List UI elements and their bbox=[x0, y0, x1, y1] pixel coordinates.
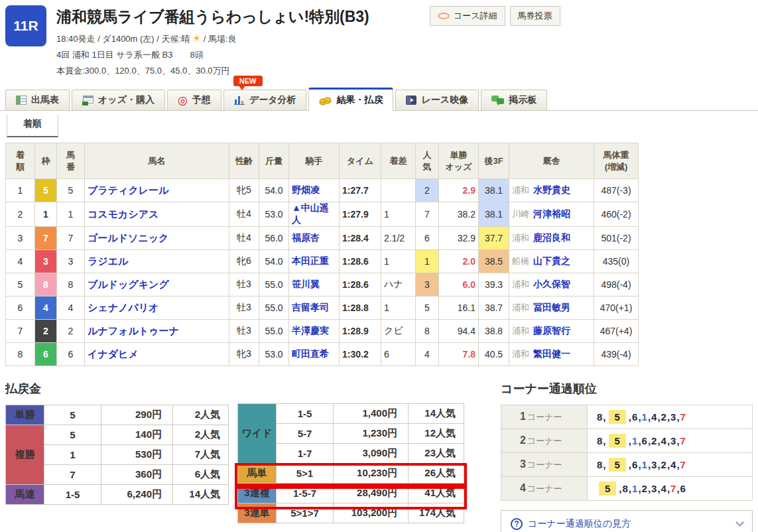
subtab-finish-order[interactable]: 着順 bbox=[7, 115, 58, 137]
trainer-link[interactable]: 鹿沼良和 bbox=[533, 232, 570, 243]
comma: , bbox=[603, 411, 605, 423]
horse-number: 5 bbox=[57, 179, 85, 202]
tab-results-payout[interactable]: 結果・払戻 bbox=[308, 88, 393, 111]
corner-horse-number: 4 bbox=[661, 483, 666, 494]
trainer-link[interactable]: 藤原智行 bbox=[533, 325, 570, 336]
jockey-load: 55.0 bbox=[259, 320, 289, 343]
corner-number: 3 bbox=[520, 458, 526, 470]
corner-horse-number: 8 bbox=[597, 411, 602, 423]
margin bbox=[381, 179, 416, 202]
payout-amount: 360円 bbox=[101, 465, 173, 485]
last-3f: 39.3 bbox=[479, 273, 509, 297]
bet-type-label: 3連単 bbox=[238, 503, 277, 523]
corner-horse-number: 6 bbox=[680, 483, 686, 494]
comma: , bbox=[667, 459, 670, 470]
frame-number: 4 bbox=[35, 297, 57, 320]
horse-name-cell: ブルドッグキング bbox=[85, 273, 229, 297]
bet-type-label: 単勝 bbox=[6, 405, 44, 425]
horse-name-link[interactable]: プラティクレール bbox=[88, 184, 168, 196]
payout-row: 単勝5290円2人気 bbox=[6, 405, 229, 425]
sex-age: 牝3 bbox=[229, 343, 259, 366]
popularity: 8 bbox=[416, 320, 439, 343]
corner-horse-number: 7 bbox=[670, 483, 676, 494]
horse-name-link[interactable]: ブルドッグキング bbox=[88, 279, 169, 290]
corner-horse-number: 7 bbox=[680, 459, 686, 470]
course-oval-icon bbox=[438, 13, 450, 19]
jockey-load: 54.0 bbox=[259, 250, 289, 273]
horse-name-link[interactable]: ゴールドソニック bbox=[88, 232, 168, 243]
horse-name-link[interactable]: コスモカシアス bbox=[88, 208, 158, 220]
trainer-link[interactable]: 河津裕昭 bbox=[533, 208, 570, 219]
comma: , bbox=[638, 411, 641, 423]
sex-age: 牡4 bbox=[229, 227, 259, 250]
jockey-link[interactable]: ▲中山遥人 bbox=[292, 202, 329, 225]
horse-name-link[interactable]: イナダヒメ bbox=[88, 348, 139, 360]
horse-name-cell: ラジエル bbox=[85, 250, 229, 273]
tab-forecast[interactable]: ◎予想 bbox=[167, 90, 221, 110]
corner-help-bar[interactable]: ? コーナー通過順位の見方 bbox=[501, 510, 753, 532]
stable-cell: 川崎河津裕昭 bbox=[509, 202, 594, 227]
jockey-link[interactable]: 吉留孝司 bbox=[292, 302, 329, 312]
corner-label: 3コーナー bbox=[501, 453, 588, 477]
race-header: 11R 浦和競馬ライブ番組うらわっしょい!特別(B3) 18:40発走 / ダ1… bbox=[0, 0, 758, 77]
payout-selection: 5-7 bbox=[277, 424, 334, 444]
tab-entries[interactable]: 出馬表 bbox=[5, 90, 70, 110]
corner-horse-number: 1 bbox=[642, 411, 647, 423]
corner-horse-number: 6 bbox=[632, 459, 637, 470]
jockey-cell: 笹川翼 bbox=[289, 273, 340, 297]
corner-horse-number: 4 bbox=[651, 411, 657, 423]
jockey-link[interactable]: 福原杏 bbox=[292, 232, 320, 243]
trainer-link[interactable]: 冨田敏男 bbox=[533, 302, 570, 312]
jockey-link[interactable]: 野畑凌 bbox=[292, 184, 320, 195]
tab-odds-purchase[interactable]: オッズ・購入 bbox=[72, 90, 165, 110]
tab-board[interactable]: 掲示板 bbox=[481, 90, 547, 110]
horse-name-link[interactable]: ラジエル bbox=[88, 255, 128, 267]
finish-position: 1 bbox=[6, 179, 35, 202]
payout-section-right: ワイド1-51,400円14人気5-71,230円12人気1-73,090円23… bbox=[237, 381, 464, 532]
finish-time: 1:28.9 bbox=[340, 320, 381, 343]
corner-horse-number: 3 bbox=[651, 459, 657, 470]
popularity: 1 bbox=[416, 250, 439, 273]
margin: 6 bbox=[381, 343, 416, 366]
chat-icon bbox=[491, 96, 504, 105]
win-odds: 6.0 bbox=[439, 273, 479, 297]
payout-selection: 1 bbox=[44, 445, 101, 465]
tab-label: 出馬表 bbox=[31, 94, 59, 106]
comma: , bbox=[676, 411, 679, 423]
trainer-link[interactable]: 小久保智 bbox=[533, 279, 570, 289]
tab-data-analysis[interactable]: データ分析NEW bbox=[223, 90, 307, 110]
corner-row: 2コーナー8,5,1,6,2,4,3,7 bbox=[501, 429, 753, 453]
corner-horse-number: 2 bbox=[642, 483, 647, 494]
popularity: 6 bbox=[416, 227, 439, 250]
payout-popularity: 12人気 bbox=[409, 424, 464, 444]
trainer-link[interactable]: 繁田健一 bbox=[533, 348, 570, 359]
ticket-vote-button[interactable]: 馬券投票 bbox=[510, 6, 560, 26]
tab-race-video[interactable]: レース映像 bbox=[395, 90, 479, 110]
stable-area: 浦和 bbox=[512, 233, 529, 243]
horse-name-link[interactable]: シェナノパリオ bbox=[88, 302, 158, 313]
comma: , bbox=[638, 435, 641, 446]
jockey-link[interactable]: 半澤慶実 bbox=[292, 325, 329, 336]
jockey-link[interactable]: 笹川翼 bbox=[292, 279, 320, 289]
payout-selection: 1-5 bbox=[44, 485, 101, 505]
jockey-link[interactable]: 本田正重 bbox=[292, 255, 329, 266]
horse-number: 7 bbox=[57, 227, 85, 250]
horse-name-link[interactable]: ルナフォルトゥーナ bbox=[88, 325, 179, 336]
course-detail-button[interactable]: コース詳細 bbox=[430, 6, 505, 26]
comma: , bbox=[648, 459, 651, 470]
payout-popularity: 26人気 bbox=[409, 464, 464, 484]
corner-horse-number: 7 bbox=[680, 435, 686, 446]
jockey-link[interactable]: 町田直希 bbox=[292, 348, 329, 359]
trainer-link[interactable]: 山下貴之 bbox=[533, 255, 570, 266]
bet-type-label: 馬単 bbox=[238, 464, 277, 484]
chevron-down-icon bbox=[735, 518, 744, 527]
jockey-cell: 半澤慶実 bbox=[289, 320, 340, 343]
horse-weight: 467(+4) bbox=[594, 320, 639, 343]
comma: , bbox=[667, 435, 670, 446]
margin: クビ bbox=[381, 320, 416, 343]
trainer-link[interactable]: 水野貴史 bbox=[533, 184, 570, 195]
horse-number: 4 bbox=[57, 297, 85, 320]
ticket-vote-label: 馬券投票 bbox=[518, 10, 552, 22]
frame-number: 8 bbox=[35, 273, 57, 297]
payout-section-left: 払戻金 単勝5290円2人気複勝5140円2人気1530円7人気7360円6人気… bbox=[5, 381, 229, 532]
